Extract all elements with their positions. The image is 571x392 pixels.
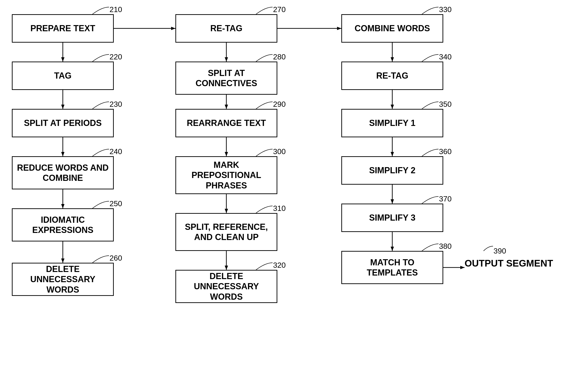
ref-320: 320 [273, 261, 286, 270]
ref-240: 240 [109, 147, 122, 156]
svg-marker-11 [171, 27, 175, 30]
svg-marker-27 [391, 105, 394, 109]
ref-280: 280 [273, 53, 286, 61]
ref-290: 290 [273, 100, 286, 109]
box-simplify-1: SIMPLIFY 1 [341, 109, 443, 137]
ref-340: 340 [439, 53, 451, 61]
box-split-at-connectives: SPLIT AT CONNECTIVES [175, 62, 277, 95]
ref-300: 300 [273, 147, 286, 156]
ref-230: 230 [109, 100, 122, 109]
box-prepare-text: PREPARE TEXT [12, 14, 114, 42]
ref-260: 260 [109, 254, 122, 263]
box-rearrange-text: REARRANGE TEXT [175, 109, 277, 137]
box-reduce-words: REDUCE WORDS AND COMBINE [12, 156, 114, 189]
box-match-to-templates: MATCH TO TEMPLATES [341, 251, 443, 284]
ref-350: 350 [439, 100, 451, 109]
box-split-reference: SPLIT, REFERENCE, AND CLEAN UP [175, 213, 277, 251]
box-simplify-3: SIMPLIFY 3 [341, 204, 443, 232]
box-simplify-2: SIMPLIFY 2 [341, 156, 443, 185]
ref-380: 380 [439, 242, 451, 251]
svg-marker-31 [391, 199, 394, 204]
ref-310: 310 [273, 204, 286, 213]
output-segment-label: OUTPUT SEGMENT [465, 258, 553, 269]
ref-220: 220 [109, 53, 122, 61]
ref-370: 370 [439, 195, 451, 203]
box-delete-unnecessary-left: DELETE UNNECESSARY WORDS [12, 263, 114, 296]
svg-marker-21 [225, 266, 228, 270]
svg-marker-23 [337, 27, 341, 30]
svg-marker-33 [391, 247, 394, 251]
svg-marker-15 [225, 105, 228, 109]
box-combine-words: COMBINE WORDS [341, 14, 443, 42]
box-split-at-periods: SPLIT AT PERIODS [12, 109, 114, 137]
svg-marker-9 [61, 258, 64, 263]
svg-marker-35 [460, 266, 465, 269]
svg-marker-5 [61, 152, 64, 156]
svg-marker-1 [61, 57, 64, 62]
svg-marker-17 [225, 152, 228, 156]
svg-marker-3 [61, 105, 64, 109]
ref-360: 360 [439, 147, 451, 156]
box-retag-middle: RE-TAG [175, 14, 277, 42]
box-delete-unnecessary-middle: DELETE UNNECESSARY WORDS [175, 270, 277, 303]
svg-marker-19 [225, 209, 228, 213]
svg-marker-7 [61, 204, 64, 208]
box-mark-prepositional: MARK PREPOSITIONAL PHRASES [175, 156, 277, 194]
box-idiomatic-expressions: IDIOMATIC EXPRESSIONS [12, 208, 114, 241]
diagram: PREPARE TEXT 210 TAG 220 SPLIT AT PERIOD… [0, 0, 571, 392]
box-tag: TAG [12, 62, 114, 90]
ref-330: 330 [439, 5, 451, 14]
ref-250: 250 [109, 199, 122, 208]
ref-270: 270 [273, 5, 286, 14]
svg-marker-29 [391, 152, 394, 156]
svg-marker-13 [225, 57, 228, 62]
svg-marker-25 [391, 57, 394, 62]
ref-390: 390 [494, 247, 506, 255]
ref-210: 210 [109, 5, 122, 14]
box-retag-right: RE-TAG [341, 62, 443, 90]
